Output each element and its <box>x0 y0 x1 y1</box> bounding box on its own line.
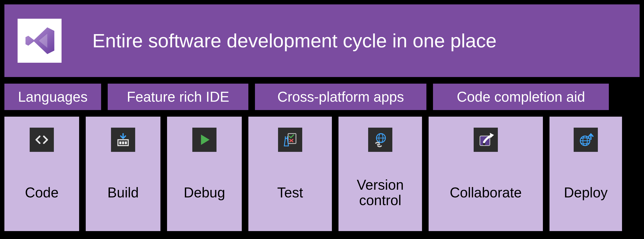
feature-label: Feature rich IDE <box>127 89 229 105</box>
stage-label: Build <box>108 161 139 224</box>
visual-studio-icon <box>22 23 57 58</box>
header-banner: Entire software development cycle in one… <box>4 5 640 77</box>
header-title: Entire software development cycle in one… <box>92 30 496 52</box>
globe-link-icon <box>368 128 392 152</box>
build-icon <box>111 128 135 152</box>
share-icon <box>474 128 498 152</box>
test-icon <box>278 128 302 152</box>
stage-label: Deploy <box>564 161 608 224</box>
feature-label: Code completion aid <box>457 89 585 105</box>
feature-code-completion: Code completion aid <box>433 84 609 110</box>
svg-rect-3 <box>125 141 127 144</box>
svg-rect-2 <box>122 141 124 144</box>
svg-rect-6 <box>288 134 296 143</box>
stage-label: Debug <box>184 161 225 224</box>
stage-debug: Debug <box>167 117 242 231</box>
stage-row: Code Build Debug <box>4 117 640 231</box>
globe-upload-icon <box>574 128 598 152</box>
feature-languages: Languages <box>4 84 101 110</box>
stage-label: Code <box>25 161 59 224</box>
stage-deploy: Deploy <box>550 117 622 231</box>
stage-version-control: Version control <box>338 117 422 231</box>
feature-label: Cross-platform apps <box>278 89 404 105</box>
feature-ide: Feature rich IDE <box>108 84 248 110</box>
stage-code: Code <box>4 117 79 231</box>
code-icon <box>30 128 54 152</box>
visual-studio-logo <box>18 19 62 63</box>
feature-cross-platform: Cross-platform apps <box>255 84 426 110</box>
stage-label: Test <box>277 161 303 224</box>
feature-row: Languages Feature rich IDE Cross-platfor… <box>4 84 640 110</box>
stage-build: Build <box>86 117 160 231</box>
feature-label: Languages <box>18 89 88 105</box>
stage-label: Version control <box>343 161 418 224</box>
svg-marker-17 <box>490 133 494 138</box>
stage-collaborate: Collaborate <box>428 117 543 231</box>
stage-test: Test <box>248 117 332 231</box>
svg-marker-5 <box>201 135 210 145</box>
stage-label: Collaborate <box>450 161 522 224</box>
play-icon <box>192 128 216 152</box>
svg-rect-1 <box>119 141 121 144</box>
